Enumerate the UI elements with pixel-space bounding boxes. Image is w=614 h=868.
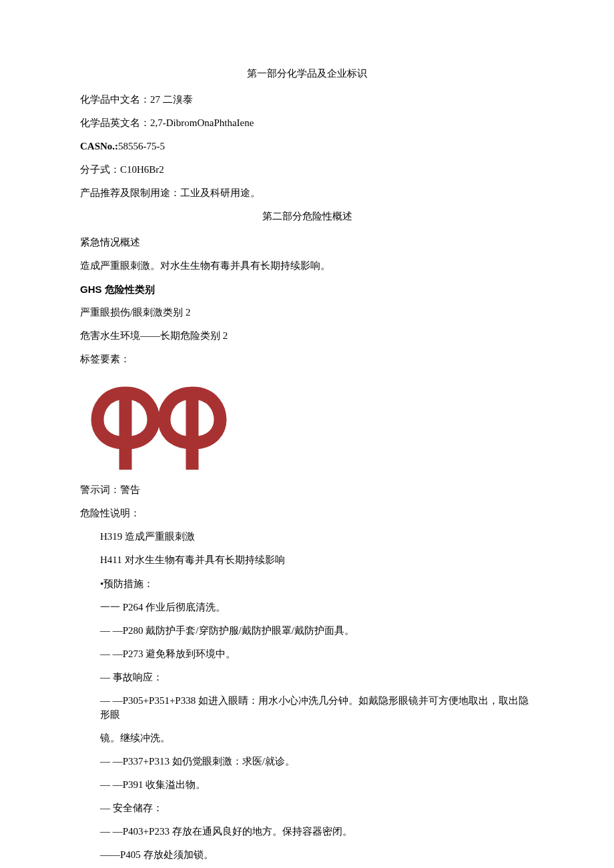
hazard-h411: H411 对水生生物有毒并具有长期持续影响 <box>100 553 534 567</box>
storage-p403: — —P403+P233 存放在通风良好的地方。保持容器密闭。 <box>100 825 534 839</box>
ghs-heading: GHS 危险性类别 <box>80 282 534 296</box>
ghs-category-2: 危害水生环境——长期危险类别 2 <box>80 329 534 343</box>
english-name-line: 化学品英文名：2,7-DibromOnaPhthaIene <box>80 116 534 130</box>
en-name-value: 2,7-DibromOnaPhthaIene <box>150 117 254 128</box>
signal-word: 警告 <box>120 484 140 495</box>
ghs-pictograms <box>80 376 534 476</box>
formula-line: 分子式：C10H6Br2 <box>80 163 534 177</box>
response-heading: — 事故响应： <box>100 671 534 685</box>
cas-value: 58556-75-5 <box>118 141 165 151</box>
en-name-label: 化学品英文名： <box>80 117 150 128</box>
prevention-p280: — —P280 戴防护手套/穿防护服/戴防护眼罩/戴防护面具。 <box>100 624 534 638</box>
uses-label: 产品推荐及限制用途： <box>80 187 180 198</box>
signal-word-line: 警示词：警告 <box>80 483 534 497</box>
hazard-h319: H319 造成严重眼刺激 <box>100 530 534 544</box>
response-p391: — —P391 收集溢出物。 <box>100 778 534 792</box>
uses-value: 工业及科研用途。 <box>180 187 260 198</box>
response-p305-line2: 镜。继续冲洗。 <box>100 731 534 745</box>
cn-name-value: 27 二溴泰 <box>150 94 193 105</box>
document-page: 第一部分化学品及企业标识 化学品中文名：27 二溴泰 化学品英文名：2,7-Di… <box>0 0 614 868</box>
storage-heading: — 安全储存： <box>100 801 534 815</box>
formula-value: C10H6Br2 <box>120 164 164 175</box>
signal-label: 警示词： <box>80 484 120 495</box>
section2-title: 第二部分危险性概述 <box>80 209 534 224</box>
chinese-name-line: 化学品中文名：27 二溴泰 <box>80 93 534 107</box>
prevention-heading: •预防措施： <box>100 576 534 591</box>
cas-line: CASNo.:58556-75-5 <box>80 139 534 153</box>
label-elements-heading: 标签要素： <box>80 352 534 366</box>
hazard-list: H319 造成严重眼刺激 H411 对水生生物有毒并具有长期持续影响 •预防措施… <box>80 530 534 862</box>
section1-title: 第一部分化学品及企业标识 <box>80 67 534 81</box>
uses-line: 产品推荐及限制用途：工业及科研用途。 <box>80 186 534 200</box>
storage-p405: ——P405 存放处须加锁。 <box>100 848 534 862</box>
phi-phi-icon <box>80 376 227 476</box>
cas-label: CASNo.: <box>80 141 118 151</box>
hazard-statement-heading: 危险性说明： <box>80 506 534 520</box>
ghs-category-1: 严重眼损伤/眼刺激类别 2 <box>80 306 534 320</box>
prevention-p273: — —P273 避免释放到环境中。 <box>100 647 534 661</box>
emergency-heading: 紧急情况概述 <box>80 236 534 250</box>
prevention-p264: 一一 P264 作业后彻底清洗。 <box>100 600 534 614</box>
response-p337: — —P337+P313 如仍觉眼刺激：求医/就诊。 <box>100 755 534 769</box>
formula-label: 分子式： <box>80 164 120 175</box>
response-p305-line1: — —P305+P351+P338 如进入眼睛：用水小心冲洗几分钟。如戴隐形眼镜… <box>100 694 534 722</box>
emergency-text: 造成严重眼刺激。对水生生物有毒并具有长期持续影响。 <box>80 259 534 273</box>
prevention-label-text: •预防措施： <box>100 578 154 589</box>
cn-name-label: 化学品中文名： <box>80 94 150 105</box>
